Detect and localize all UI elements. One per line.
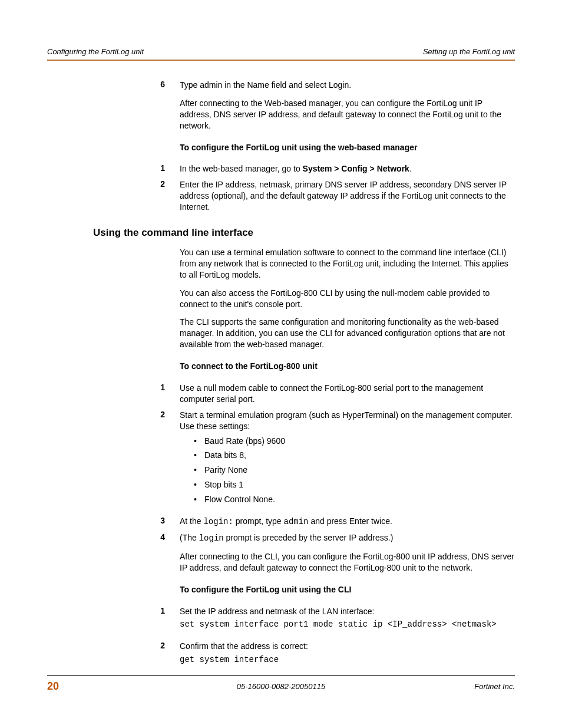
step-text: Set the IP address and netmask of the LA… <box>180 606 515 617</box>
page-number: 20 <box>47 680 59 693</box>
step-text: Type admin in the Name field and select … <box>180 80 515 91</box>
step-number: 2 <box>144 641 180 666</box>
list-item: Baud Rate (bps) 9600 <box>194 436 515 447</box>
code-inline: login: <box>203 517 233 526</box>
body-paragraph: You can use a terminal emulation softwar… <box>180 247 515 281</box>
footer-doc-id: 05-16000-0082-20050115 <box>237 682 325 691</box>
step-text: prompt, type <box>233 516 284 526</box>
step-text: (The <box>180 533 199 542</box>
step-number: 1 <box>144 163 180 174</box>
step-number: 1 <box>144 383 180 405</box>
menu-path: System > Config > Network <box>303 164 409 173</box>
sub3-step-2: 2 Confirm that the address is correct: g… <box>144 641 515 666</box>
step-number: 1 <box>144 606 180 637</box>
step-text: and press Enter twice. <box>309 516 392 526</box>
page-footer: 20 05-16000-0082-20050115 Fortinet Inc. <box>47 675 515 693</box>
page-header: Configuring the FortiLog unit Setting up… <box>47 47 515 61</box>
step-number: 2 <box>144 179 180 213</box>
footer-company: Fortinet Inc. <box>474 682 515 691</box>
step-number: 2 <box>144 410 180 511</box>
sub1-step-2: 2 Enter the IP address, netmask, primary… <box>144 179 515 213</box>
step-text: . <box>409 164 412 173</box>
body-paragraph: The CLI supports the same configuration … <box>180 317 515 350</box>
list-item: Parity None <box>194 465 515 476</box>
procedure-heading: To configure the FortiLog unit using the… <box>180 142 515 153</box>
step-6: 6 Type admin in the Name field and selec… <box>144 80 515 159</box>
step-text: At the <box>180 516 203 526</box>
step-text: Start a terminal emulation program (such… <box>180 410 513 431</box>
list-item: Stop bits 1 <box>194 479 515 490</box>
procedure-heading: To connect to the FortiLog-800 unit <box>180 361 515 372</box>
step-text: Use a null modem cable to connect the Fo… <box>180 383 515 405</box>
header-right: Setting up the FortiLog unit <box>423 47 515 56</box>
step-number: 6 <box>144 80 180 159</box>
settings-list: Baud Rate (bps) 9600 Data bits 8, Parity… <box>194 436 515 505</box>
sub2-step-2: 2 Start a terminal emulation program (su… <box>144 410 515 511</box>
sub2-step-3: 3 At the login: prompt, type admin and p… <box>144 516 515 528</box>
step-number: 3 <box>144 516 180 528</box>
header-left: Configuring the FortiLog unit <box>47 47 144 56</box>
list-item: Flow Control None. <box>194 494 515 505</box>
step-text: prompt is preceded by the server IP addr… <box>224 533 394 542</box>
step-text: After connecting to the CLI, you can con… <box>180 551 515 574</box>
step-text: Confirm that the address is correct: <box>180 641 515 652</box>
list-item: Data bits 8, <box>194 450 515 461</box>
sub3-step-1: 1 Set the IP address and netmask of the … <box>144 606 515 637</box>
sub2-step-1: 1 Use a null modem cable to connect the … <box>144 383 515 405</box>
step-text: Enter the IP address, netmask, primary D… <box>180 179 515 213</box>
section-heading: Using the command line interface <box>93 227 515 239</box>
code-inline: admin <box>283 517 308 526</box>
sub1-step-1: 1 In the web-based manager, go to System… <box>144 163 515 174</box>
sub2-step-4: 4 (The login prompt is preceded by the s… <box>144 532 515 601</box>
code-block: get system interface <box>180 654 515 666</box>
step-text: In the web-based manager, go to <box>180 164 303 173</box>
body-paragraph: You can also access the FortiLog-800 CLI… <box>180 288 515 310</box>
procedure-heading: To configure the FortiLog unit using the… <box>180 584 515 595</box>
step-number: 4 <box>144 532 180 601</box>
step-text: After connecting to the Web-based manage… <box>180 98 515 131</box>
code-inline: login <box>199 533 224 543</box>
code-block: set system interface port1 mode static i… <box>180 619 515 630</box>
